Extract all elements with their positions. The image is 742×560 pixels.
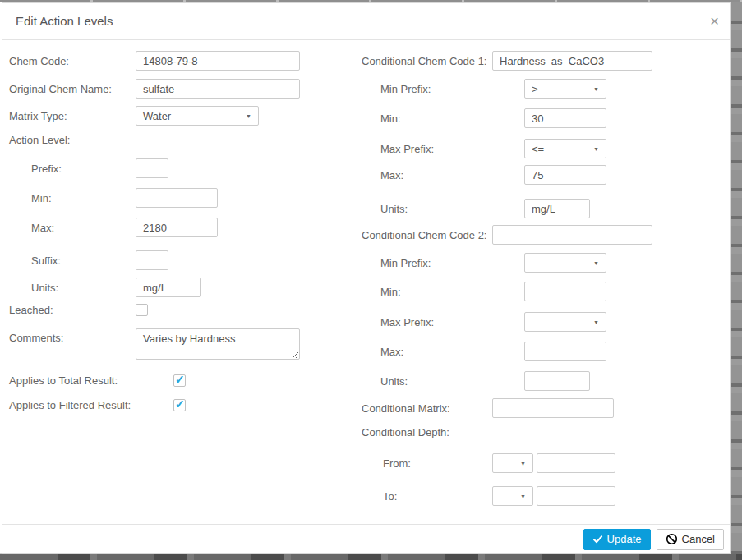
- suffix-input[interactable]: [136, 250, 168, 270]
- chem-code-label: Chem Code:: [9, 55, 136, 67]
- dialog-header: Edit Action Levels ×: [2, 3, 730, 40]
- prefix-input[interactable]: [136, 158, 168, 178]
- min-label: Min:: [9, 192, 136, 204]
- leached-checkbox[interactable]: [136, 304, 148, 316]
- applies-total-label: Applies to Total Result:: [9, 374, 173, 387]
- min-prefix-1-dropdown[interactable]: > ▼: [524, 79, 606, 99]
- action-level-section: Action Level:: [9, 133, 356, 147]
- prefix-label: Prefix:: [9, 163, 136, 175]
- matrix-type-dropdown[interactable]: Water ▼: [136, 106, 259, 126]
- field-min-2: Min:: [356, 282, 730, 301]
- cond-chem-code-2-input[interactable]: [492, 225, 652, 245]
- chevron-down-icon: ▼: [593, 260, 606, 266]
- min-prefix-2-label: Min Prefix:: [356, 257, 524, 269]
- max-2-label: Max:: [356, 346, 524, 358]
- depth-to-label: To:: [356, 490, 492, 503]
- suffix-label: Suffix:: [9, 255, 136, 267]
- field-depth-to: To: ▼: [356, 486, 730, 506]
- original-chem-name-input[interactable]: [136, 79, 300, 99]
- cond-depth-section: Conditional Depth:: [356, 425, 730, 439]
- max-2-input[interactable]: [524, 342, 606, 361]
- field-max-prefix-1: Max Prefix: <= ▼: [356, 139, 730, 158]
- units-2-input[interactable]: [524, 371, 590, 391]
- field-min-prefix-1: Min Prefix: > ▼: [356, 79, 730, 99]
- depth-to-input[interactable]: [537, 486, 615, 506]
- units-1-input[interactable]: [524, 199, 590, 218]
- chevron-down-icon: ▼: [520, 493, 532, 499]
- min-1-label: Min:: [356, 112, 524, 125]
- field-cond-matrix: Conditional Matrix:: [356, 398, 730, 418]
- max-label: Max:: [9, 222, 136, 234]
- max-1-input[interactable]: [524, 165, 606, 185]
- left-column: Chem Code: Original Chem Name: Matrix Ty…: [2, 51, 356, 524]
- chevron-down-icon: ▼: [593, 319, 606, 325]
- background-page-right-edge: [731, 2, 742, 554]
- cond-chem-code-1-input[interactable]: [492, 51, 652, 71]
- check-icon: ✓: [175, 374, 185, 385]
- field-min-1: Min:: [356, 108, 730, 128]
- max-prefix-2-label: Max Prefix:: [356, 316, 524, 328]
- field-al-prefix: Prefix:: [9, 158, 356, 178]
- chem-code-input[interactable]: [136, 51, 300, 71]
- right-column: Conditional Chem Code 1: Min Prefix: > ▼…: [356, 51, 730, 524]
- max-1-label: Max:: [356, 169, 524, 181]
- depth-from-label: From:: [356, 457, 492, 470]
- min-1-input[interactable]: [524, 108, 606, 128]
- dropdown-value: Water: [136, 110, 246, 122]
- dropdown-value: <=: [525, 143, 593, 155]
- depth-from-unit-dropdown[interactable]: ▼: [492, 453, 533, 473]
- dropdown-value: >: [525, 83, 593, 95]
- matrix-type-label: Matrix Type:: [9, 110, 136, 122]
- close-icon[interactable]: ×: [710, 13, 719, 29]
- min-2-label: Min:: [356, 286, 524, 298]
- check-icon: [592, 534, 603, 544]
- field-units-1: Units:: [356, 199, 730, 218]
- depth-from-input[interactable]: [537, 453, 615, 473]
- cancel-button[interactable]: Cancel: [657, 529, 724, 550]
- action-level-label: Action Level:: [9, 134, 136, 146]
- units-input[interactable]: [136, 278, 201, 297]
- field-original-chem-name: Original Chem Name:: [9, 79, 356, 99]
- comments-textarea[interactable]: Varies by Hardness: [136, 328, 300, 360]
- field-al-units: Units:: [9, 278, 356, 297]
- field-depth-from: From: ▼: [356, 453, 730, 473]
- field-applies-total: Applies to Total Result: ✓: [9, 374, 356, 387]
- dialog-title: Edit Action Levels: [16, 14, 113, 28]
- field-max-2: Max:: [356, 342, 730, 361]
- field-al-max: Max:: [9, 218, 356, 237]
- update-button-label: Update: [607, 533, 642, 545]
- chevron-down-icon: ▼: [246, 113, 258, 119]
- min-input[interactable]: [136, 188, 218, 208]
- cond-depth-label: Conditional Depth:: [356, 426, 492, 438]
- max-input[interactable]: [136, 218, 218, 237]
- depth-to-unit-dropdown[interactable]: ▼: [492, 486, 533, 506]
- max-prefix-1-label: Max Prefix:: [356, 143, 524, 155]
- units-label: Units:: [9, 282, 136, 294]
- field-cond-chem-code-2: Conditional Chem Code 2:: [356, 225, 730, 245]
- chevron-down-icon: ▼: [520, 461, 532, 466]
- field-max-prefix-2: Max Prefix: ▼: [356, 312, 730, 332]
- dialog-body: Chem Code: Original Chem Name: Matrix Ty…: [2, 40, 730, 524]
- applies-total-checkbox[interactable]: ✓: [173, 374, 186, 387]
- background-page-bottom-edge: [0, 553, 742, 560]
- min-2-input[interactable]: [524, 282, 606, 301]
- min-prefix-2-dropdown[interactable]: ▼: [524, 253, 606, 273]
- field-al-suffix: Suffix:: [9, 250, 356, 270]
- min-prefix-1-label: Min Prefix:: [356, 83, 524, 95]
- cond-matrix-input[interactable]: [492, 398, 614, 418]
- field-comments: Comments: Varies by Hardness: [9, 328, 356, 360]
- field-leached: Leached:: [9, 304, 356, 316]
- applies-filtered-checkbox[interactable]: ✓: [173, 399, 186, 411]
- field-max-1: Max:: [356, 165, 730, 185]
- cancel-icon: [666, 533, 678, 545]
- max-prefix-2-dropdown[interactable]: ▼: [524, 312, 606, 332]
- max-prefix-1-dropdown[interactable]: <= ▼: [524, 139, 606, 158]
- field-chem-code: Chem Code:: [9, 51, 356, 71]
- field-units-2: Units:: [356, 371, 730, 391]
- units-1-label: Units:: [356, 203, 524, 215]
- applies-filtered-label: Applies to Filtered Result:: [9, 399, 173, 411]
- leached-label: Leached:: [9, 304, 136, 316]
- update-button[interactable]: Update: [583, 529, 651, 550]
- chevron-down-icon: ▼: [593, 146, 606, 152]
- page: { "dialog": { "title": "Edit Action Leve…: [0, 0, 742, 560]
